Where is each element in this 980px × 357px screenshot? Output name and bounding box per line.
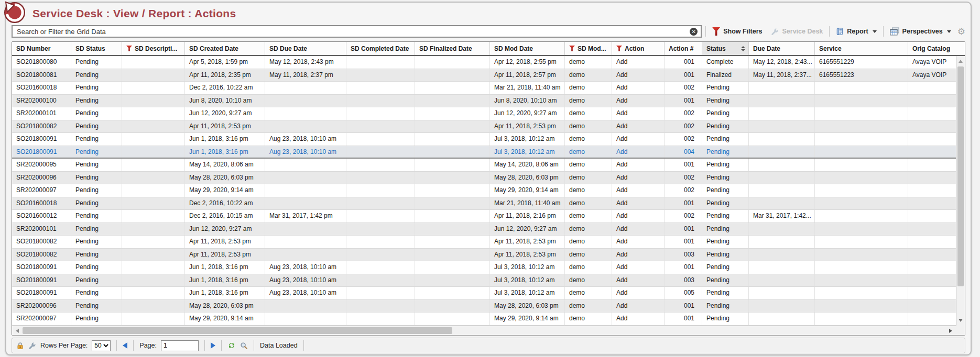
cell: May 12, 2018, 2:43... bbox=[749, 56, 815, 69]
scroll-right-icon[interactable] bbox=[946, 326, 955, 335]
cell: May 29, 2020, 9:14 am bbox=[185, 184, 265, 197]
cell bbox=[815, 300, 908, 313]
column-header-orig-catalog[interactable]: Orig Catalog bbox=[908, 42, 965, 55]
scroll-up-icon[interactable] bbox=[956, 57, 965, 65]
cell bbox=[346, 172, 415, 184]
refresh-icon[interactable] bbox=[227, 341, 236, 350]
tools-wrench-icon[interactable] bbox=[28, 342, 36, 350]
column-header-sd-mod[interactable]: SD Mod... bbox=[565, 42, 612, 55]
table-row[interactable]: SR202000100PendingJun 8, 2020, 10:10 amJ… bbox=[12, 95, 956, 108]
column-header-label: SD Descripti... bbox=[135, 45, 177, 52]
vertical-scroll-thumb[interactable] bbox=[957, 66, 964, 286]
table-row[interactable]: SO201600018PendingDec 2, 2016, 10:22 amM… bbox=[12, 197, 956, 210]
cell bbox=[908, 210, 956, 222]
cell bbox=[749, 274, 815, 287]
cell bbox=[908, 300, 956, 313]
clear-search-icon[interactable]: ✕ bbox=[690, 28, 698, 36]
table-row[interactable]: SR202000101PendingJun 12, 2020, 9:27 amJ… bbox=[12, 107, 956, 120]
table-row[interactable]: SR202000096PendingMay 28, 2020, 6:03 pmM… bbox=[12, 300, 956, 313]
cell bbox=[415, 56, 490, 69]
filter-icon bbox=[569, 46, 575, 51]
scroll-left-icon[interactable] bbox=[13, 326, 21, 335]
cell: Jul 3, 2018, 10:12 am bbox=[490, 274, 565, 287]
cell: Add bbox=[612, 287, 665, 299]
cell: Pending bbox=[702, 274, 749, 287]
cell bbox=[908, 223, 956, 236]
cell bbox=[815, 197, 908, 210]
report-menu-button[interactable]: Report bbox=[833, 27, 879, 36]
cell: May 28, 2020, 6:03 pm bbox=[185, 300, 265, 313]
vertical-scrollbar[interactable] bbox=[956, 56, 965, 326]
cell bbox=[122, 69, 185, 82]
cell bbox=[815, 146, 908, 158]
cell: SR202000096 bbox=[12, 172, 71, 184]
main-panel: Service Desk : View / Report : Actions ✕… bbox=[5, 2, 972, 355]
settings-gear-icon[interactable]: ⚙ bbox=[957, 27, 965, 36]
cell: Pending bbox=[702, 184, 749, 197]
cell bbox=[815, 249, 908, 261]
column-header-sd-finalized-date[interactable]: SD Finalized Date bbox=[415, 42, 490, 55]
table-row[interactable]: SO201800080PendingApr 5, 2018, 1:59 pmMa… bbox=[12, 56, 956, 69]
cell bbox=[122, 146, 185, 158]
column-header-sd-number[interactable]: SD Number bbox=[12, 42, 71, 55]
column-header-sd-status[interactable]: SD Status bbox=[71, 42, 122, 55]
column-header-service[interactable]: Service bbox=[815, 42, 908, 55]
lock-icon[interactable] bbox=[16, 342, 24, 350]
cell: Complete bbox=[702, 56, 749, 69]
cell: Finalized bbox=[702, 69, 749, 82]
column-header-due-date[interactable]: Due Date bbox=[749, 42, 815, 55]
cell: Mar 21, 2018, 11:40 am bbox=[490, 82, 565, 94]
perspectives-menu-button[interactable]: Perspectives bbox=[887, 27, 954, 36]
cell bbox=[415, 210, 490, 222]
table-row[interactable]: SR202000096PendingMay 28, 2020, 6:03 pmM… bbox=[12, 172, 956, 185]
table-row[interactable]: SO201800082PendingApr 11, 2018, 2:53 pmA… bbox=[12, 249, 956, 262]
table-row[interactable]: SO201800091PendingJun 1, 2018, 3:16 pmAu… bbox=[12, 274, 956, 287]
column-header-action[interactable]: Action bbox=[612, 42, 665, 55]
scroll-down-icon[interactable] bbox=[956, 316, 965, 325]
table-row[interactable]: SR202000097PendingMay 29, 2020, 9:14 amM… bbox=[12, 313, 956, 326]
cell bbox=[265, 95, 346, 107]
next-page-icon[interactable] bbox=[211, 342, 215, 349]
page-number-input[interactable] bbox=[161, 340, 199, 351]
cell: 002 bbox=[665, 120, 702, 133]
table-row[interactable]: SR202000101PendingJun 12, 2020, 9:27 amJ… bbox=[12, 223, 956, 236]
cell: Jun 1, 2018, 3:16 pm bbox=[185, 146, 265, 158]
rows-per-page-select[interactable]: 50 bbox=[92, 340, 111, 351]
cell: 001 bbox=[665, 261, 702, 274]
table-row[interactable]: SO201800082PendingApr 11, 2018, 2:53 pmA… bbox=[12, 120, 956, 133]
table-row[interactable]: SR202000097PendingMay 29, 2020, 9:14 amM… bbox=[12, 184, 956, 197]
column-header-sd-created-date[interactable]: SD Created Date bbox=[185, 42, 265, 55]
column-header-sd-completed-date[interactable]: SD Completed Date bbox=[346, 42, 415, 55]
cell: Pending bbox=[702, 236, 749, 248]
table-row[interactable]: SO201800081PendingApr 11, 2018, 2:35 pmM… bbox=[12, 69, 956, 82]
table-row[interactable]: SO201600018PendingDec 2, 2016, 10:22 amM… bbox=[12, 82, 956, 95]
column-header-status[interactable]: Status bbox=[702, 42, 749, 55]
zoom-search-icon[interactable] bbox=[240, 342, 248, 350]
table-row[interactable]: SO201800091PendingJun 1, 2018, 3:16 pmAu… bbox=[12, 146, 956, 159]
cell: May 12, 2018, 2:43 pm bbox=[265, 56, 346, 69]
cell: Pending bbox=[71, 184, 122, 197]
table-row[interactable]: SO201600012PendingDec 2, 2016, 10:15 amM… bbox=[12, 210, 956, 223]
table-row[interactable]: SO201800082PendingApr 11, 2018, 2:53 pmA… bbox=[12, 236, 956, 249]
horizontal-scroll-thumb[interactable] bbox=[23, 327, 452, 334]
table-row[interactable]: SO201800091PendingJun 1, 2018, 3:16 pmAu… bbox=[12, 133, 956, 146]
cell: Pending bbox=[71, 274, 122, 287]
report-icon bbox=[836, 27, 844, 36]
column-header-sd-mod-date[interactable]: SD Mod Date bbox=[490, 42, 565, 55]
column-header-action[interactable]: Action # bbox=[665, 42, 702, 55]
column-header-sd-descripti[interactable]: SD Descripti... bbox=[122, 42, 185, 55]
cell bbox=[415, 197, 490, 210]
table-row[interactable]: SO201800091PendingJun 1, 2018, 3:16 pmAu… bbox=[12, 287, 956, 300]
cell bbox=[346, 210, 415, 222]
horizontal-scrollbar[interactable] bbox=[12, 326, 956, 335]
cell: demo bbox=[565, 313, 612, 325]
cell bbox=[265, 172, 346, 184]
cell: demo bbox=[565, 261, 612, 274]
previous-page-icon[interactable] bbox=[123, 342, 127, 349]
table-row[interactable]: SO201800091PendingJun 1, 2018, 3:16 pmAu… bbox=[12, 261, 956, 274]
table-row[interactable]: SR202000095PendingMay 14, 2020, 8:06 amM… bbox=[12, 159, 956, 172]
search-input[interactable] bbox=[16, 27, 687, 36]
column-header-sd-due-date[interactable]: SD Due Date bbox=[265, 42, 346, 55]
filter-icon bbox=[126, 46, 132, 51]
show-filters-button[interactable]: Show Filters bbox=[710, 27, 765, 36]
